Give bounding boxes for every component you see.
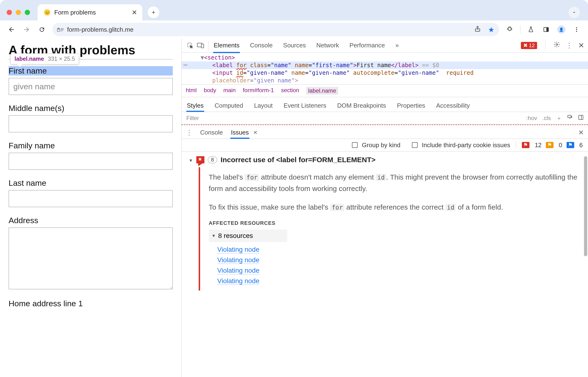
- extensions-icon[interactable]: [505, 25, 514, 34]
- tab-network[interactable]: Network: [316, 39, 339, 52]
- tooltip-dimensions: 331 × 25.5: [48, 56, 75, 62]
- device-toolbar-icon[interactable]: [195, 40, 206, 51]
- svg-point-8: [576, 27, 577, 28]
- tab-accessibility[interactable]: Accessibility: [436, 100, 470, 112]
- tab-bar: 😐 Form problems ✕: [0, 0, 588, 21]
- breadcrumb-item[interactable]: form#form-1: [243, 87, 274, 94]
- tab-properties[interactable]: Properties: [396, 100, 426, 112]
- paint-icon[interactable]: [567, 115, 573, 122]
- dom-line[interactable]: placeholder="given name">: [181, 77, 588, 84]
- cls-toggle[interactable]: .cls: [542, 115, 551, 121]
- resources-summary[interactable]: ▼8 resources: [209, 230, 287, 242]
- issue-header[interactable]: 8 Incorrect use of <label for=FORM_ELEME…: [188, 154, 588, 167]
- close-issues-tab-icon[interactable]: ✕: [253, 130, 258, 136]
- tab-styles[interactable]: Styles: [186, 100, 204, 112]
- violating-node-link[interactable]: Violating node: [209, 276, 579, 286]
- breadcrumb-item[interactable]: body: [204, 87, 216, 94]
- error-flag-icon: [196, 156, 204, 163]
- tab-computed[interactable]: Computed: [214, 100, 244, 112]
- separator: [545, 41, 545, 50]
- issues-toolbar: Group by kind Include third-party cookie…: [181, 139, 588, 152]
- computed-panel-icon[interactable]: [578, 115, 584, 122]
- issues-warning-badge[interactable]: ⚑: [546, 142, 554, 148]
- tab-console[interactable]: Console: [249, 39, 273, 52]
- input-family-name[interactable]: [9, 153, 173, 170]
- scrollbar[interactable]: [584, 152, 588, 291]
- tab-layout[interactable]: Layout: [254, 100, 273, 112]
- dom-line[interactable]: <input id="given-name" name="given-name"…: [181, 69, 588, 77]
- tab-overflow-button[interactable]: [568, 7, 580, 18]
- tab-performance[interactable]: Performance: [349, 39, 385, 52]
- inspect-tooltip: label.name 331 × 25.5: [11, 53, 79, 64]
- share-icon[interactable]: [474, 25, 481, 34]
- input-middle-name[interactable]: [9, 115, 173, 132]
- tab-dom-breakpoints[interactable]: DOM Breakpoints: [337, 100, 386, 112]
- styles-controls: Filter :hov .cls ＋: [181, 112, 588, 124]
- svg-point-10: [576, 31, 577, 32]
- site-info-icon[interactable]: [57, 27, 64, 32]
- profile-icon[interactable]: 👤: [557, 25, 566, 34]
- dom-overflow-icon[interactable]: ⋯: [183, 61, 188, 69]
- issues-error-badge[interactable]: ⚑: [522, 142, 530, 148]
- separator: [208, 41, 208, 50]
- close-tab-button[interactable]: ✕: [132, 9, 137, 16]
- violating-node-link[interactable]: Violating node: [209, 244, 579, 255]
- input-last-name[interactable]: [9, 190, 173, 207]
- tab-favicon: 😐: [44, 9, 50, 16]
- breadcrumb-item[interactable]: main: [223, 87, 236, 94]
- scrollbar-thumb[interactable]: [584, 156, 587, 256]
- textarea-address[interactable]: [9, 227, 173, 289]
- tab-elements[interactable]: Elements: [213, 39, 240, 52]
- svg-rect-13: [201, 44, 204, 48]
- close-window-button[interactable]: [7, 10, 12, 15]
- close-devtools-icon[interactable]: ✕: [578, 41, 584, 49]
- field-last-name: Last name: [9, 178, 173, 207]
- hov-toggle[interactable]: :hov: [526, 115, 537, 121]
- tab-overflow-icon[interactable]: »: [395, 39, 399, 52]
- address-bar[interactable]: form-problems.glitch.me ★: [52, 23, 499, 36]
- back-button[interactable]: [7, 25, 16, 34]
- labs-icon[interactable]: [526, 25, 536, 34]
- dom-tree[interactable]: ⋯ ▼<section> <label for class="name" nam…: [181, 52, 588, 84]
- input-first-name[interactable]: [9, 78, 173, 95]
- tab-sources[interactable]: Sources: [283, 39, 306, 52]
- reload-button[interactable]: [37, 25, 47, 34]
- tooltip-selector: label.name: [14, 56, 44, 62]
- menu-icon[interactable]: [572, 25, 581, 34]
- devtools-tabs: Elements Console Sources Network Perform…: [211, 39, 399, 52]
- issues-info-badge[interactable]: ⚑: [566, 142, 574, 148]
- checkbox-third-party[interactable]: [412, 142, 418, 148]
- svg-rect-16: [579, 115, 583, 119]
- checkbox-group-by-kind[interactable]: [352, 142, 358, 148]
- breadcrumb-item[interactable]: html: [186, 87, 197, 94]
- styles-filter-input[interactable]: Filter: [181, 115, 526, 121]
- nav-toolbar: form-problems.glitch.me ★ 👤: [0, 21, 588, 39]
- breadcrumb-item-active[interactable]: label.name: [306, 87, 338, 94]
- breadcrumb-item[interactable]: section: [281, 87, 299, 94]
- minimize-window-button[interactable]: [16, 10, 21, 15]
- error-count-badge[interactable]: ✖ 12: [521, 42, 537, 49]
- panel-icon[interactable]: [541, 25, 551, 34]
- close-drawer-icon[interactable]: ✕: [578, 129, 584, 136]
- drawer-tab-issues[interactable]: Issues: [230, 127, 249, 139]
- more-icon[interactable]: ⋮: [566, 41, 573, 49]
- svg-rect-7: [546, 27, 549, 31]
- viewport: A form with problems label.name 331 × 25…: [0, 39, 588, 377]
- violating-node-link[interactable]: Violating node: [209, 255, 579, 265]
- dom-line-selected[interactable]: <label for class="name" name="first-name…: [181, 61, 588, 69]
- settings-icon[interactable]: [554, 41, 560, 49]
- drawer-more-icon[interactable]: ⋮: [186, 129, 192, 136]
- new-style-icon[interactable]: ＋: [556, 114, 562, 122]
- label-first-name: First name: [9, 66, 173, 75]
- new-tab-button[interactable]: [147, 6, 159, 18]
- disclosure-triangle-icon[interactable]: [189, 156, 193, 164]
- browser-tab[interactable]: 😐 Form problems ✕: [38, 4, 142, 21]
- bookmark-icon[interactable]: ★: [488, 25, 495, 34]
- fullscreen-window-button[interactable]: [25, 10, 30, 15]
- drawer-tab-console[interactable]: Console: [200, 127, 223, 139]
- forward-button[interactable]: [22, 25, 31, 34]
- violating-node-link[interactable]: Violating node: [209, 265, 579, 276]
- dom-line[interactable]: ▼<section>: [181, 54, 588, 61]
- inspect-element-icon[interactable]: [185, 40, 195, 51]
- tab-event-listeners[interactable]: Event Listeners: [283, 100, 327, 112]
